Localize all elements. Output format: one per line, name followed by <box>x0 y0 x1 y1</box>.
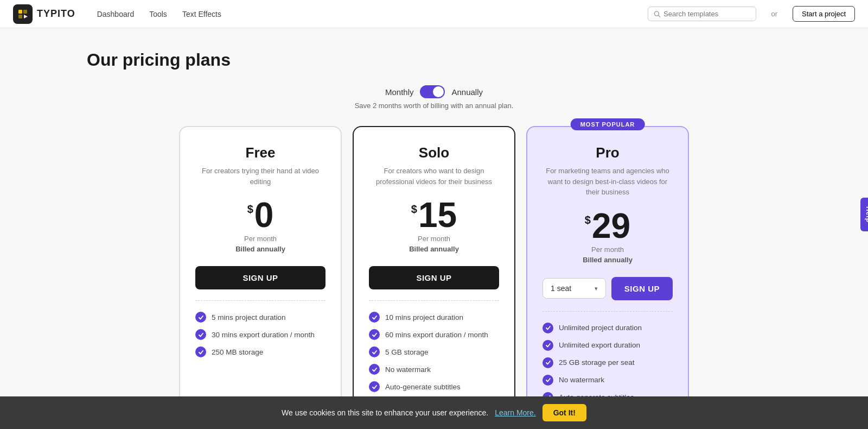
feature-solo-1: 60 mins export duration / month <box>369 329 499 340</box>
feature-free-1: 30 mins export duration / month <box>195 329 326 340</box>
signup-button-pro[interactable]: SIGN UP <box>611 277 673 300</box>
logo-text: TYPITO <box>37 8 75 20</box>
feature-text-pro-2: 25 GB storage per seat <box>559 358 635 367</box>
plan-billed-free: Billed annually <box>195 245 326 253</box>
plan-billed-pro: Billed annually <box>542 256 673 264</box>
toggle-thumb <box>433 86 444 97</box>
check-icon-pro-2 <box>542 357 553 368</box>
plan-desc-solo: For creators who want to design professi… <box>369 166 499 187</box>
nav-tools[interactable]: Tools <box>149 10 167 18</box>
price-dollar-free: $ <box>247 203 253 216</box>
feature-solo-3: No watermark <box>369 364 499 375</box>
navbar: TYPITO Dashboard Tools Text Effects or S… <box>0 0 868 28</box>
help-tab[interactable]: Help <box>860 198 868 231</box>
svg-rect-2 <box>18 15 22 18</box>
check-icon-solo-4 <box>369 381 380 392</box>
check-icon-pro-0 <box>542 323 553 333</box>
got-it-button[interactable]: Got It! <box>542 404 586 421</box>
check-icon-free-0 <box>195 312 206 323</box>
feature-text-solo-2: 5 GB storage <box>385 348 429 356</box>
search-box[interactable] <box>648 7 756 21</box>
page-title: Our pricing plans <box>87 50 781 70</box>
feature-list-pro: Unlimited project duration Unlimited exp… <box>542 323 673 403</box>
check-icon-solo-0 <box>369 312 380 323</box>
seat-label: 1 seat <box>551 284 571 293</box>
check-icon-solo-3 <box>369 364 380 375</box>
feature-text-free-2: 250 MB storage <box>212 348 263 356</box>
start-project-button[interactable]: Start a project <box>793 6 855 22</box>
check-icon-free-1 <box>195 329 206 340</box>
plan-desc-free: For creators trying their hand at video … <box>195 166 326 187</box>
svg-rect-0 <box>18 10 22 14</box>
feature-pro-0: Unlimited project duration <box>542 323 673 333</box>
plan-desc-pro: For marketing teams and agencies who wan… <box>542 166 673 198</box>
logo-icon <box>13 4 33 24</box>
feature-free-0: 5 mins project duration <box>195 312 326 323</box>
feature-pro-2: 25 GB storage per seat <box>542 357 673 368</box>
divider-pro <box>542 311 673 312</box>
plan-price-area-free: $ 0 <box>195 198 326 232</box>
plan-per-month-free: Per month <box>195 235 326 243</box>
seat-selector[interactable]: 1 seat ▾ <box>542 278 606 299</box>
cookie-text: We use cookies on this site to enhance y… <box>282 408 488 417</box>
nav-or-text: or <box>771 10 778 18</box>
price-amount-pro: 29 <box>592 209 630 243</box>
plans-wrapper: Free For creators trying their hand at v… <box>87 126 781 419</box>
plan-per-month-pro: Per month <box>542 245 673 254</box>
price-amount-free: 0 <box>254 198 274 232</box>
billing-save-text: Save 2 months worth of billing with an a… <box>87 102 781 110</box>
divider-free <box>195 300 326 301</box>
feature-solo-4: Auto-generate subtitles <box>369 381 499 392</box>
billing-annually-label: Annually <box>451 87 483 97</box>
feature-text-free-1: 30 mins export duration / month <box>212 331 315 339</box>
plan-name-solo: Solo <box>369 144 499 161</box>
svg-rect-1 <box>23 10 27 14</box>
feature-solo-0: 10 mins project duration <box>369 312 499 323</box>
check-icon-solo-1 <box>369 329 380 340</box>
feature-text-free-0: 5 mins project duration <box>212 313 286 321</box>
feature-text-solo-4: Auto-generate subtitles <box>385 383 461 391</box>
plan-price-area-solo: $ 15 <box>369 198 499 232</box>
main-content: Our pricing plans Monthly Annually Save … <box>54 28 814 429</box>
price-dollar-pro: $ <box>585 214 591 226</box>
check-icon-free-2 <box>195 346 206 357</box>
signup-button-free[interactable]: SIGN UP <box>195 266 326 289</box>
plan-per-month-solo: Per month <box>369 235 499 243</box>
feature-text-solo-0: 10 mins project duration <box>385 313 463 321</box>
plan-card-solo: Solo For creators who want to design pro… <box>353 126 515 419</box>
price-dollar-solo: $ <box>411 203 417 216</box>
feature-text-solo-1: 60 mins export duration / month <box>385 331 488 339</box>
price-amount-solo: 15 <box>418 198 457 232</box>
feature-list-free: 5 mins project duration 30 mins export d… <box>195 312 326 357</box>
cookie-banner: We use cookies on this site to enhance y… <box>0 396 868 429</box>
nav-dashboard[interactable]: Dashboard <box>97 10 135 18</box>
billing-monthly-label: Monthly <box>385 87 414 97</box>
logo[interactable]: TYPITO <box>13 4 75 24</box>
feature-pro-1: Unlimited export duration <box>542 340 673 351</box>
feature-list-solo: 10 mins project duration 60 mins export … <box>369 312 499 392</box>
plan-name-pro: Pro <box>542 144 673 161</box>
feature-free-2: 250 MB storage <box>195 346 326 357</box>
feature-text-solo-3: No watermark <box>385 365 431 374</box>
check-icon-solo-2 <box>369 346 380 357</box>
feature-solo-2: 5 GB storage <box>369 346 499 357</box>
chevron-down-icon: ▾ <box>595 285 598 292</box>
signup-button-solo[interactable]: SIGN UP <box>369 266 499 289</box>
plan-billed-solo: Billed annually <box>369 245 499 253</box>
check-icon-pro-1 <box>542 340 553 351</box>
search-icon <box>654 10 661 18</box>
plan-card-pro: MOST POPULAR Pro For marketing teams and… <box>526 126 689 419</box>
nav-text-effects[interactable]: Text Effects <box>182 10 221 18</box>
search-input[interactable] <box>663 10 750 18</box>
plan-card-free: Free For creators trying their hand at v… <box>179 126 342 419</box>
cookie-learn-more[interactable]: Learn More. <box>495 408 535 417</box>
feature-text-pro-1: Unlimited export duration <box>559 341 640 349</box>
most-popular-badge: MOST POPULAR <box>571 118 645 130</box>
pro-cta-row: 1 seat ▾ SIGN UP <box>542 277 673 300</box>
check-icon-pro-3 <box>542 375 553 386</box>
divider-solo <box>369 300 499 301</box>
billing-toggle[interactable] <box>420 85 445 98</box>
plan-name-free: Free <box>195 144 326 161</box>
svg-line-5 <box>658 15 660 17</box>
feature-text-pro-3: No watermark <box>559 376 604 384</box>
